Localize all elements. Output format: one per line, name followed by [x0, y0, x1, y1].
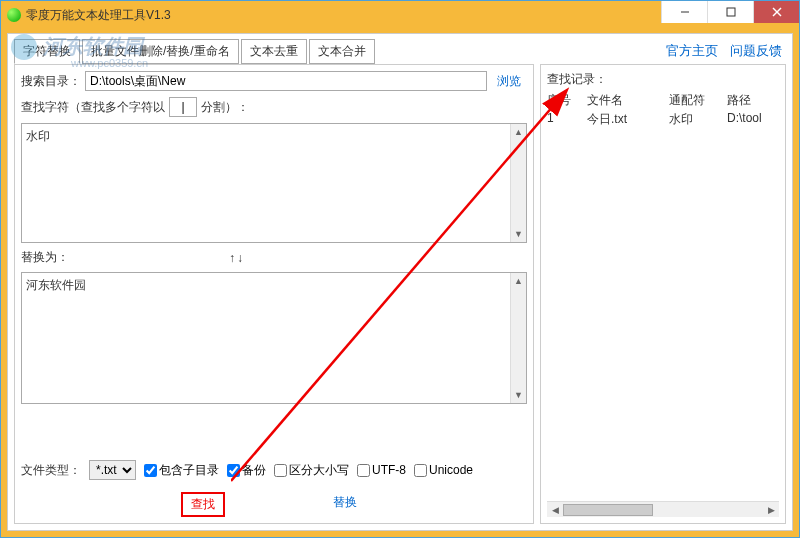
- close-button[interactable]: [753, 1, 799, 23]
- search-dir-label: 搜索目录：: [21, 73, 81, 90]
- col-path: 路径: [727, 92, 779, 109]
- filetype-label: 文件类型：: [21, 462, 81, 479]
- replace-label: 替换为：: [21, 249, 69, 266]
- scroll-left-icon[interactable]: ◀: [547, 505, 563, 515]
- table-row[interactable]: 1 今日.txt 水印 D:\tool: [547, 111, 779, 128]
- replace-text-area[interactable]: 河东软件园 ▲ ▼: [21, 272, 527, 404]
- scroll-down-icon[interactable]: ▼: [511, 387, 526, 403]
- svg-rect-1: [727, 8, 735, 16]
- results-title: 查找记录：: [547, 71, 779, 88]
- scroll-down-icon[interactable]: ▼: [511, 226, 526, 242]
- titlebar: 零度万能文本处理工具V1.3: [1, 1, 799, 29]
- chk-subdir[interactable]: 包含子目录: [144, 462, 219, 479]
- link-feedback[interactable]: 问题反馈: [730, 42, 782, 60]
- scrollbar[interactable]: ▲ ▼: [510, 124, 526, 242]
- search-dir-input[interactable]: [85, 71, 487, 91]
- window-title: 零度万能文本处理工具V1.3: [26, 7, 171, 24]
- col-wildcard: 通配符: [669, 92, 727, 109]
- chk-unicode[interactable]: Unicode: [414, 463, 473, 477]
- results-table: 序号 文件名 通配符 路径 1 今日.txt 水印 D:\tool: [547, 92, 779, 501]
- replace-button[interactable]: 替换: [325, 492, 365, 517]
- scroll-thumb[interactable]: [563, 504, 653, 516]
- scroll-up-icon[interactable]: ▲: [511, 124, 526, 140]
- separator-input[interactable]: [169, 97, 197, 117]
- swap-button[interactable]: ↑↓: [229, 251, 245, 265]
- h-scrollbar[interactable]: ◀ ▶: [547, 501, 779, 517]
- filetype-select[interactable]: *.txt: [89, 460, 136, 480]
- tab-char-replace[interactable]: 字符替换: [14, 39, 80, 64]
- scroll-right-icon[interactable]: ▶: [763, 505, 779, 515]
- link-home[interactable]: 官方主页: [666, 42, 718, 60]
- cell-wildcard: 水印: [669, 111, 727, 128]
- chk-case[interactable]: 区分大小写: [274, 462, 349, 479]
- app-icon: [7, 8, 21, 22]
- search-char-label-post: 分割）：: [201, 99, 249, 116]
- maximize-button[interactable]: [707, 1, 753, 23]
- col-filename: 文件名: [587, 92, 669, 109]
- tab-batch-file[interactable]: 批量文件删除/替换/重命名: [82, 39, 239, 64]
- right-panel: 查找记录： 序号 文件名 通配符 路径 1 今日.txt 水印 D:\tool: [540, 64, 786, 524]
- col-seq: 序号: [547, 92, 587, 109]
- search-char-label-pre: 查找字符（查找多个字符以: [21, 99, 165, 116]
- search-button[interactable]: 查找: [181, 492, 225, 517]
- search-text-value: 水印: [26, 129, 50, 143]
- browse-button[interactable]: 浏览: [491, 73, 527, 90]
- tab-merge[interactable]: 文本合并: [309, 39, 375, 64]
- search-text-area[interactable]: 水印 ▲ ▼: [21, 123, 527, 243]
- chk-backup[interactable]: 备份: [227, 462, 266, 479]
- tab-dedup[interactable]: 文本去重: [241, 39, 307, 64]
- scroll-up-icon[interactable]: ▲: [511, 273, 526, 289]
- cell-seq: 1: [547, 111, 587, 128]
- cell-path: D:\tool: [727, 111, 779, 128]
- scrollbar[interactable]: ▲ ▼: [510, 273, 526, 403]
- chk-utf8[interactable]: UTF-8: [357, 463, 406, 477]
- minimize-button[interactable]: [661, 1, 707, 23]
- cell-filename: 今日.txt: [587, 111, 669, 128]
- replace-text-value: 河东软件园: [26, 278, 86, 292]
- left-panel: 搜索目录： 浏览 查找字符（查找多个字符以 分割）： 水印 ▲ ▼: [14, 64, 534, 524]
